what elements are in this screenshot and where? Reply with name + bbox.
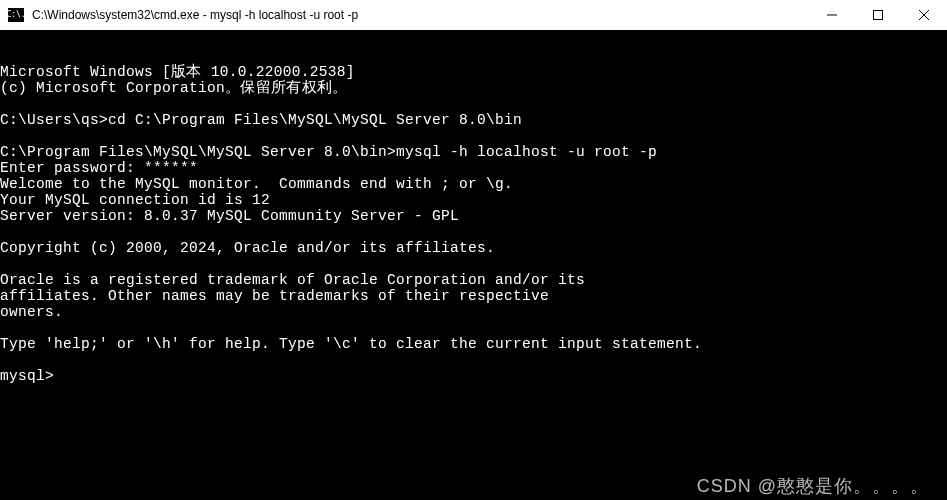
terminal-line — [0, 128, 947, 144]
terminal-line: Server version: 8.0.37 MySQL Community S… — [0, 208, 947, 224]
terminal-line — [0, 352, 947, 368]
window-title: C:\Windows\system32\cmd.exe - mysql -h l… — [32, 8, 809, 22]
terminal-line: Oracle is a registered trademark of Orac… — [0, 272, 947, 288]
window-controls — [809, 0, 947, 30]
terminal-line: (c) Microsoft Corporation。保留所有权利。 — [0, 80, 947, 96]
terminal-line: Welcome to the MySQL monitor. Commands e… — [0, 176, 947, 192]
terminal-line: Your MySQL connection id is 12 — [0, 192, 947, 208]
watermark: CSDN @憨憨是你。。。。 — [697, 478, 929, 494]
svg-rect-1 — [874, 11, 883, 20]
minimize-icon — [827, 10, 837, 20]
terminal-line: mysql> — [0, 368, 947, 384]
terminal-line — [0, 96, 947, 112]
close-icon — [919, 10, 929, 20]
terminal-line: C:\Program Files\MySQL\MySQL Server 8.0\… — [0, 144, 947, 160]
terminal-line: C:\Users\qs>cd C:\Program Files\MySQL\My… — [0, 112, 947, 128]
terminal-line: owners. — [0, 304, 947, 320]
terminal-line — [0, 256, 947, 272]
terminal-line: Enter password: ****** — [0, 160, 947, 176]
cmd-icon-label: C:\. — [6, 11, 25, 19]
terminal-output[interactable]: Microsoft Windows [版本 10.0.22000.2538](c… — [0, 30, 947, 500]
maximize-icon — [873, 10, 883, 20]
terminal-line — [0, 224, 947, 240]
minimize-button[interactable] — [809, 0, 855, 30]
terminal-line: Type 'help;' or '\h' for help. Type '\c'… — [0, 336, 947, 352]
titlebar[interactable]: C:\. C:\Windows\system32\cmd.exe - mysql… — [0, 0, 947, 30]
terminal-line: Microsoft Windows [版本 10.0.22000.2538] — [0, 64, 947, 80]
terminal-line — [0, 320, 947, 336]
terminal-line: affiliates. Other names may be trademark… — [0, 288, 947, 304]
cmd-window: C:\. C:\Windows\system32\cmd.exe - mysql… — [0, 0, 947, 500]
cmd-icon: C:\. — [8, 8, 24, 22]
maximize-button[interactable] — [855, 0, 901, 30]
close-button[interactable] — [901, 0, 947, 30]
terminal-line: Copyright (c) 2000, 2024, Oracle and/or … — [0, 240, 947, 256]
